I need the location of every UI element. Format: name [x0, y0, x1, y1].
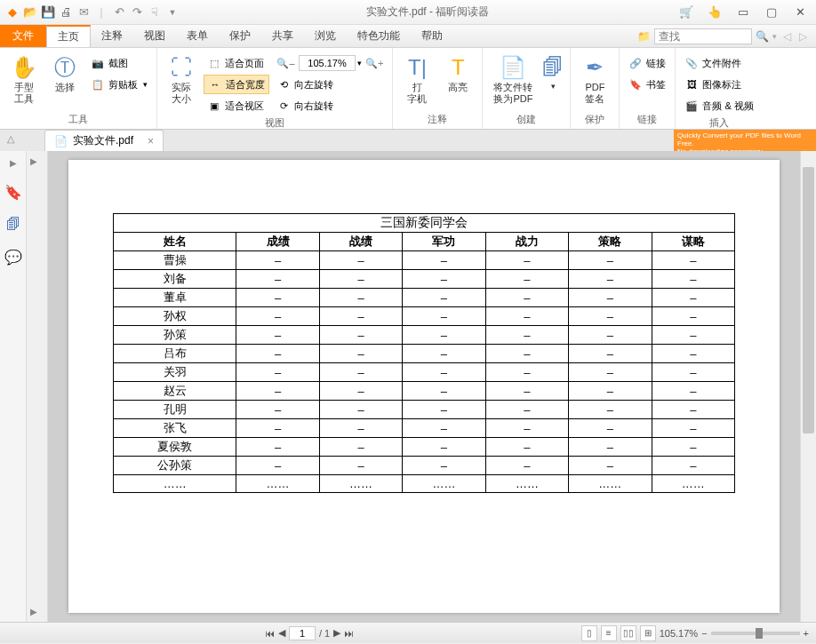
table-cell: 关羽 [114, 363, 236, 382]
hand-icon: ✋ [11, 53, 37, 82]
chevron-down-icon: ▾ [551, 82, 556, 91]
search-folder-icon[interactable]: 📁 [637, 30, 651, 43]
table-cell: – [652, 382, 734, 401]
prev-page-icon[interactable]: ◀ [278, 627, 285, 639]
rotate-left-button[interactable]: ⟲向左旋转 [273, 75, 387, 94]
highlight-button[interactable]: T 高亮 [439, 50, 476, 93]
file-menu[interactable]: 文件 [0, 25, 46, 47]
bookmark-button[interactable]: 🔖书签 [625, 75, 669, 94]
zoom-slider[interactable] [711, 632, 800, 635]
next-page-icon[interactable]: ▶ [333, 627, 340, 639]
zoom-dropdown-icon[interactable]: ▾ [357, 59, 362, 68]
table-cell: – [319, 289, 402, 307]
rotate-right-button[interactable]: ⟳向右旋转 [273, 96, 387, 115]
fit-width-button[interactable]: ↔适合宽度 [204, 75, 269, 94]
hand-ribbon-icon[interactable]: 👆 [704, 4, 725, 20]
qat-dropdown-icon[interactable]: ▼ [165, 5, 180, 20]
table-cell: …… [652, 475, 734, 493]
zoom-in-status-icon[interactable]: + [804, 628, 809, 639]
link-button[interactable]: 🔗链接 [625, 53, 669, 73]
first-page-icon[interactable]: ⏮ [265, 628, 275, 639]
comments-panel-icon[interactable]: 💬 [4, 249, 22, 266]
vertical-scrollbar[interactable] [800, 151, 816, 622]
maximize-icon[interactable]: ▢ [761, 4, 782, 20]
typewriter-button[interactable]: T| 打 字机 [398, 50, 436, 105]
view-facing-icon[interactable]: ▯▯ [620, 625, 636, 641]
page-stack-icon: 🗐 [542, 53, 564, 82]
actual-size-button[interactable]: ⛶ 实际 大小 [163, 50, 200, 105]
page-navigator: ⏮ ◀ / 1 ▶ ⏭ [265, 626, 354, 640]
table-cell: 公孙策 [114, 457, 236, 475]
menu-bar: 文件 主页 注释 视图 表单 保护 共享 浏览 特色功能 帮助 📁 🔍 ▾ ◁ … [0, 25, 816, 48]
image-annot-button[interactable]: 🖼图像标注 [681, 75, 756, 94]
snapshot-button[interactable]: 📷截图 [87, 53, 151, 73]
tab-annotate[interactable]: 注释 [91, 25, 133, 47]
nav-next-icon[interactable]: ▷ [796, 30, 809, 43]
clipboard-button[interactable]: 📋剪贴板▾ [87, 75, 151, 94]
zoom-out-status-icon[interactable]: − [701, 628, 707, 639]
table-row: 赵云–––––– [114, 382, 735, 401]
bookmark-panel-icon[interactable]: 🔖 [4, 184, 22, 201]
zoom-slider-knob[interactable] [756, 628, 763, 639]
tab-browse[interactable]: 浏览 [304, 25, 347, 47]
media-button[interactable]: 🎬音频 & 视频 [681, 96, 756, 115]
tab-help[interactable]: 帮助 [411, 25, 453, 47]
view-continuous-facing-icon[interactable]: ⊞ [640, 625, 656, 641]
attachment-button[interactable]: 📎文件附件 [681, 53, 756, 73]
table-cell: – [569, 307, 652, 326]
zoom-in-icon[interactable]: 🔍+ [365, 58, 383, 69]
search-icon[interactable]: 🔍 [756, 30, 769, 43]
ribbon-group-annotate: T| 打 字机 T 高亮 注释 [393, 48, 483, 129]
tab-close-icon[interactable]: × [148, 135, 154, 147]
close-icon[interactable]: ✕ [789, 4, 811, 20]
table-cell: – [485, 326, 568, 345]
select-tool-button[interactable]: Ⓣ 选择 [46, 50, 84, 93]
search-input[interactable] [654, 28, 752, 44]
open-icon[interactable]: 📂 [23, 5, 37, 20]
document-canvas[interactable]: 三国新委同学会 姓名成绩战绩军功战力策略谋略 曹操––––––刘备––––––董… [48, 151, 800, 622]
zoom-input[interactable] [299, 55, 356, 71]
nav-prev-icon[interactable]: ◁ [780, 30, 793, 43]
tab-protect[interactable]: 保护 [219, 25, 261, 47]
view-continuous-icon[interactable]: ≡ [601, 625, 617, 641]
gutter: ▶ ▶ [27, 151, 48, 622]
fit-page-button[interactable]: ⬚适合页面 [204, 53, 269, 73]
table-cell: – [319, 307, 402, 326]
gutter-expand-top-icon[interactable]: ▶ [30, 156, 37, 166]
page-input[interactable] [289, 626, 316, 640]
table-cell: – [319, 270, 402, 289]
gutter-expand-bottom-icon[interactable]: ▶ [30, 607, 37, 616]
zoom-out-icon[interactable]: 🔍‒ [276, 58, 295, 69]
document-tab[interactable]: 📄 实验文件.pdf × [44, 130, 164, 151]
view-single-icon[interactable]: ▯ [581, 625, 597, 641]
hand-tool-button[interactable]: ✋ 手型 工具 [5, 50, 43, 105]
save-icon[interactable]: 💾 [41, 5, 55, 20]
pdf-sign-button[interactable]: ✒ PDF 签名 [576, 50, 613, 105]
undo-icon[interactable]: ↶ [112, 5, 126, 20]
tab-share[interactable]: 共享 [261, 25, 304, 47]
last-page-icon[interactable]: ⏭ [344, 628, 354, 639]
convert-button[interactable]: 📄 将文件转 换为PDF [488, 50, 538, 105]
tab-view[interactable]: 视图 [133, 25, 176, 47]
fit-visible-button[interactable]: ▣适合视区 [204, 96, 269, 115]
touch-icon[interactable]: ☟ [148, 5, 162, 20]
tab-features[interactable]: 特色功能 [347, 25, 411, 47]
print-icon[interactable]: 🖨 [59, 5, 73, 20]
search-dropdown-icon[interactable]: ▾ [772, 32, 777, 41]
table-cell: – [403, 419, 485, 438]
minimize-icon[interactable]: ▭ [732, 4, 754, 20]
pages-panel-icon[interactable]: 🗐 [6, 217, 20, 233]
pdf-page: 三国新委同学会 姓名成绩战绩军功战力策略谋略 曹操––––––刘备––––––董… [68, 160, 780, 613]
create-misc-button[interactable]: 🗐 ▾ [541, 50, 564, 91]
scrollbar-thumb[interactable] [803, 167, 814, 433]
email-icon[interactable]: ✉ [76, 5, 91, 20]
redo-icon[interactable]: ↷ [130, 5, 144, 20]
table-cell: – [236, 382, 319, 401]
work-area: ▶ 🔖 🗐 💬 ▶ ▶ 三国新委同学会 姓名成绩战绩军功战力策略谋略 曹操–––… [0, 151, 816, 622]
side-expand-icon[interactable]: ▶ [10, 158, 17, 168]
zoom-control: 🔍‒ ▾ 🔍+ [273, 53, 387, 73]
cart-icon[interactable]: 🛒 [676, 4, 697, 20]
tab-form[interactable]: 表单 [176, 25, 219, 47]
tab-home[interactable]: 主页 [46, 25, 91, 47]
ribbon-collapse-icon[interactable]: △ [7, 133, 14, 145]
